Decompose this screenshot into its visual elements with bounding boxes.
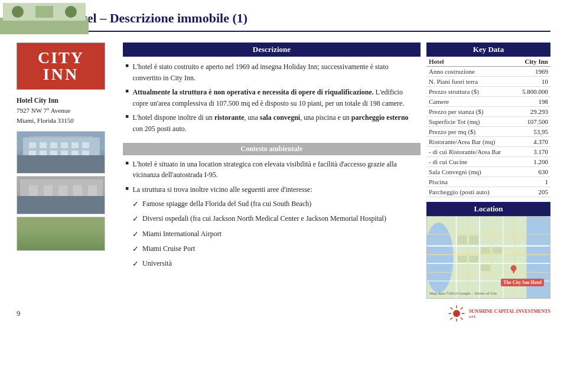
descrizione-bullet-2: ▪ Attualmente la struttura è non operati… (125, 87, 418, 109)
bullet-icon-1: ▪ (125, 60, 129, 71)
contesto-text: ▪ L'hotel è situato in una location stra… (123, 159, 421, 273)
descrizione-bullet-1: ▪ L'hotel è stato costruito e aperto nel… (125, 61, 418, 83)
svg-point-25 (12, 6, 24, 18)
descrizione-header: Descrizione (123, 43, 421, 57)
bullet-icon-2: ▪ (125, 86, 129, 96)
hotel-images (17, 131, 117, 251)
check-text-2: Diversi ospedali (fra cui Jackson North … (142, 213, 386, 224)
key-data-header: Key Data (426, 43, 550, 57)
svg-line-59 (450, 318, 452, 320)
key-data-value: 1 (515, 177, 550, 187)
key-data-row: Piscina1 (426, 177, 550, 187)
svg-rect-13 (82, 151, 89, 156)
page-title: City Inn Hotel – Descrizione immobile (1… (17, 11, 550, 32)
footer: 9 SUNSHINE CAPITAL INVESTMENTS s.r.l. (17, 305, 550, 322)
svg-rect-9 (40, 151, 47, 156)
key-data-row: Ristorante/Area Bar (mq)4.370 (426, 137, 550, 147)
hotel-image-3 (17, 217, 105, 251)
key-data-row: Prezzo per stanza ($)29.293 (426, 107, 550, 117)
key-data-label: Piscina (426, 177, 515, 187)
sunshine-sub: s.r.l. (469, 314, 550, 319)
svg-rect-8 (29, 151, 36, 156)
key-data-value: 3.170 (515, 147, 550, 157)
svg-rect-48 (481, 264, 490, 271)
hotel-image-2 (17, 176, 105, 214)
middle-column: Descrizione ▪ L'hotel è stato costruito … (123, 43, 421, 273)
check-icon-3: ✓ (132, 228, 139, 240)
svg-line-57 (461, 318, 463, 320)
hotel-logo: CITY INN (17, 43, 105, 90)
descrizione-text-2-strong: Attualmente la struttura è non operativa… (132, 88, 373, 96)
svg-point-26 (65, 6, 77, 18)
check-item-3: ✓Miami International Airport (125, 228, 418, 240)
key-data-row: N. Piani fuori terra10 (426, 77, 550, 87)
svg-rect-2 (29, 142, 36, 148)
svg-point-51 (453, 310, 460, 317)
key-data-label: Prezzo per mq ($) (426, 127, 515, 137)
svg-rect-44 (481, 247, 490, 254)
check-item-5: ✓Università (125, 258, 418, 270)
key-data-label: Sala Convegni (mq) (426, 167, 515, 177)
key-data-row: HotelCity Inn (426, 57, 550, 67)
check-item-4: ✓Miami Cruise Port (125, 243, 418, 255)
svg-rect-11 (61, 151, 68, 156)
descrizione-text-1: L'hotel è stato costruito e aperto nel 1… (132, 61, 418, 83)
sunshine-name: SUNSHINE CAPITAL INVESTMENTS (469, 309, 550, 314)
contesto-bullet-icon-2: ▪ (125, 183, 129, 194)
svg-rect-24 (35, 6, 53, 18)
svg-rect-47 (469, 256, 478, 262)
key-data-row: Sala Convegni (mq)630 (426, 167, 550, 177)
key-data-label: Hotel (426, 57, 515, 67)
check-items-container: ✓Famose spiagge della Florida del Sud (f… (125, 198, 418, 270)
hotel-image-1 (17, 131, 105, 174)
key-data-value: 1.200 (515, 157, 550, 167)
key-data-label: Ristorante/Area Bar (mq) (426, 137, 515, 147)
right-column: Key Data HotelCity InnAnno costruzione19… (426, 43, 550, 299)
key-data-label: - di cui Cucine (426, 157, 515, 167)
svg-rect-1 (23, 155, 100, 167)
svg-rect-15 (20, 200, 103, 209)
key-data-row: Camere198 (426, 97, 550, 107)
descrizione-text-3: L'hotel dispone inoltre di un ristorante… (132, 112, 418, 134)
svg-line-56 (450, 308, 452, 310)
svg-rect-21 (88, 185, 97, 197)
svg-rect-46 (458, 256, 467, 262)
hotel-info: Hotel City Inn 7927 NW 7° Avenue Miami, … (17, 96, 117, 125)
hotel-name: Hotel City Inn (17, 97, 58, 104)
hotel-address2: Miami, Florida 33150 (17, 117, 74, 124)
sunshine-logo: SUNSHINE CAPITAL INVESTMENTS s.r.l. (448, 305, 550, 322)
svg-rect-6 (71, 142, 79, 148)
key-data-label: Prezzo struttura ($) (426, 87, 515, 97)
contesto-header: Contesto ambientale (123, 143, 421, 155)
key-data-row: Prezzo per mq ($)53,95 (426, 127, 550, 137)
check-item-2: ✓Diversi ospedali (fra cui Jackson North… (125, 213, 418, 225)
check-icon-2: ✓ (132, 213, 139, 225)
page-number: 9 (17, 309, 21, 318)
check-icon-1: ✓ (132, 198, 139, 210)
check-text-4: Miami Cruise Port (142, 243, 195, 254)
svg-rect-7 (82, 142, 89, 148)
key-data-row: Prezzo struttura ($)5.800.000 (426, 87, 550, 97)
key-data-value: 5.800.000 (515, 87, 550, 97)
key-data-label: Superficie Tot (mq) (426, 117, 515, 127)
contesto-bullet-2: ▪ La struttura si trova inoltre vicino a… (125, 184, 418, 195)
check-icon-4: ✓ (132, 243, 139, 255)
svg-rect-4 (50, 142, 57, 148)
key-data-row: Anno costruzione1969 (426, 67, 550, 77)
main-layout: CITY INN Hotel City Inn 7927 NW 7° Avenu… (17, 43, 550, 299)
page-number-area: 9 (17, 309, 21, 318)
key-data-value: 205 (515, 187, 550, 197)
svg-line-58 (461, 308, 463, 310)
descrizione-text: ▪ L'hotel è stato costruito e aperto nel… (123, 61, 421, 138)
svg-rect-12 (71, 151, 79, 156)
key-data-label: Camere (426, 97, 515, 107)
check-text-3: Miami International Airport (142, 228, 221, 240)
svg-rect-20 (73, 185, 82, 197)
key-data-value: City Inn (515, 57, 550, 67)
svg-rect-18 (44, 185, 53, 197)
contesto-intro: L'hotel è situato in una location strate… (132, 159, 418, 181)
key-data-value: 630 (515, 167, 550, 177)
descrizione-text-2: Attualmente la struttura è non operativa… (132, 87, 418, 109)
map-hotel-label: The City Inn Hotel (501, 279, 544, 286)
key-data-label: Prezzo per stanza ($) (426, 107, 515, 117)
